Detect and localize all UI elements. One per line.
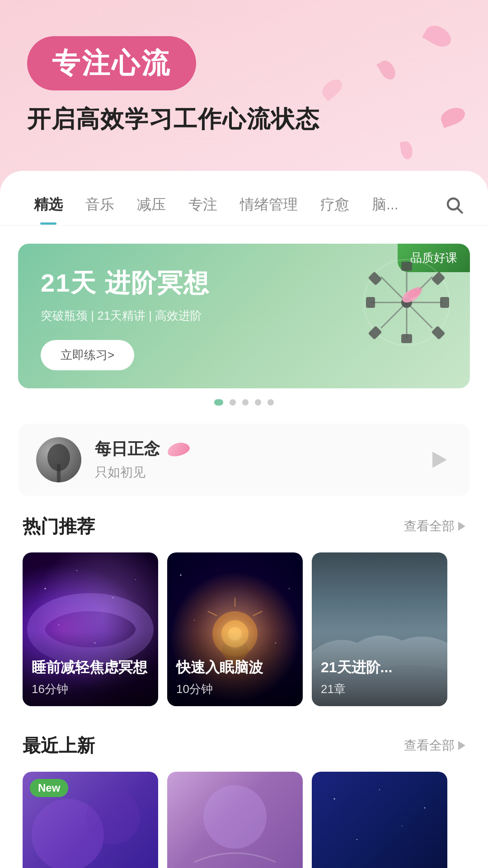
play-button[interactable] [425,446,452,473]
svg-rect-7 [401,262,412,271]
latest-section-more-button[interactable]: 查看全部 [404,737,465,754]
svg-point-29 [194,620,195,621]
svg-point-24 [135,579,136,580]
daily-subtitle: 只如初见 [95,464,411,481]
main-card: 精选 音乐 减压 专注 情绪管理 疗愈 脑... 品质好课 21天 进阶冥想 [0,171,488,868]
banner-dots [0,399,488,406]
svg-point-45 [402,826,403,826]
latest-section-title: 最近上新 [23,733,95,758]
svg-point-40 [203,785,267,849]
dot-4[interactable] [255,399,261,406]
hot-section-header: 热门推荐 查看全部 [0,514,488,539]
svg-rect-13 [366,297,375,308]
banner-wheel-decoration [361,257,452,348]
tab-brain[interactable]: 脑... [361,195,410,215]
card-label-1: 睡前减轻焦虑冥想 16分钟 [23,631,158,706]
hot-section-more-button[interactable]: 查看全部 [404,518,465,535]
svg-point-27 [180,574,182,576]
svg-rect-10 [431,326,445,340]
latest-card-image-2 [167,772,303,868]
card-label-3: 21天进阶... 21章 [312,631,447,706]
tab-music[interactable]: 音乐 [74,195,126,215]
daily-title: 每日正念 [95,438,411,460]
hot-card-2[interactable]: 快速入眠脑波 10分钟 [167,552,303,706]
hero-badge: 专注心流 [27,36,196,90]
dot-3[interactable] [242,399,249,406]
tab-stress[interactable]: 减压 [126,195,177,215]
tab-emotion[interactable]: 情绪管理 [229,195,309,215]
latest-cards-row: New [0,772,488,868]
dot-5[interactable] [267,399,274,406]
latest-card-image-1: New [23,772,158,868]
svg-point-19 [47,444,70,471]
svg-rect-9 [440,297,449,308]
svg-point-21 [76,570,77,571]
tab-heal[interactable]: 疗愈 [309,195,361,215]
daily-mindfulness-card: 每日正念 只如初见 [18,424,470,496]
latest-card-3[interactable] [312,772,447,868]
latest-card-1[interactable]: New [23,772,158,868]
card-label-2: 快速入眠脑波 10分钟 [167,631,303,706]
tab-focus[interactable]: 专注 [177,195,229,215]
search-button[interactable] [443,193,465,216]
daily-avatar [36,437,81,482]
main-banner: 品质好课 21天 进阶冥想 突破瓶颈 | 21天精讲 | 高效进阶 立即练习> [18,244,470,388]
hot-section-title: 热门推荐 [23,514,95,539]
svg-point-23 [58,624,59,625]
hot-card-1[interactable]: 睡前减轻焦虑冥想 16分钟 [23,552,158,706]
tab-jingxuan[interactable]: 精选 [23,195,74,215]
svg-point-28 [289,588,290,589]
chevron-right-icon-latest [458,741,465,750]
latest-card-image-3 [312,772,447,868]
chevron-right-icon [458,522,465,531]
svg-point-39 [86,790,140,844]
latest-section-header: 最近上新 查看全部 [0,733,488,758]
hot-cards-row: 睡前减轻焦虑冥想 16分钟 [0,552,488,706]
svg-point-20 [45,588,46,589]
tab-bar: 精选 音乐 减压 专注 情绪管理 疗愈 脑... [0,193,488,226]
svg-point-42 [379,789,380,790]
hero-subtitle: 开启高效学习工作心流状态 [27,104,461,135]
play-icon [432,452,447,468]
svg-rect-8 [431,271,445,285]
dot-2[interactable] [230,399,236,406]
svg-rect-11 [401,334,412,343]
banner-cta-button[interactable]: 立即练习> [41,340,134,370]
svg-rect-14 [368,271,382,285]
svg-point-43 [424,807,426,808]
new-badge: New [30,779,68,797]
latest-card-2[interactable] [167,772,303,868]
svg-line-1 [458,208,462,212]
svg-line-35 [253,611,262,616]
svg-rect-12 [368,326,382,340]
daily-info: 每日正念 只如初见 [95,438,411,481]
svg-line-36 [208,611,217,616]
svg-point-41 [334,798,335,799]
petal-icon [166,440,191,458]
hot-card-3[interactable]: 21天进阶... 21章 [312,552,447,706]
svg-point-22 [113,597,114,598]
dot-1[interactable] [214,399,223,406]
hero-section: 专注心流 开启高效学习工作心流状态 [0,0,488,153]
latest-section: 最近上新 查看全部 New [0,733,488,868]
svg-point-44 [357,839,357,840]
